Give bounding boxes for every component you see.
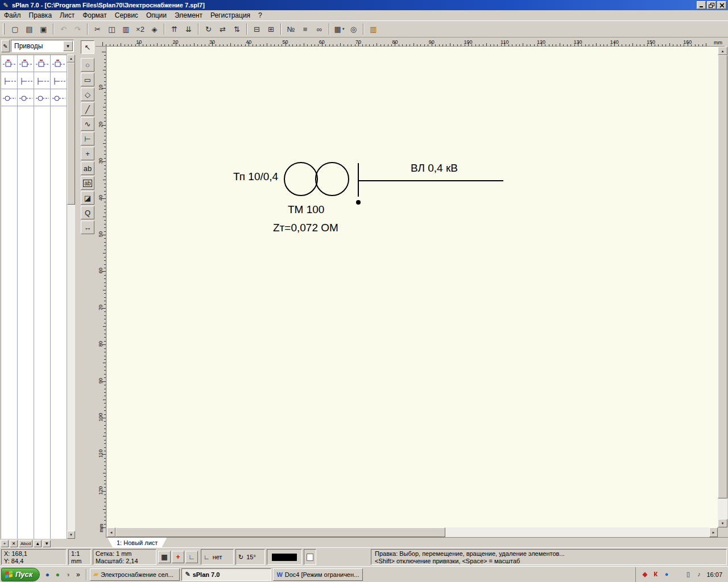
library-sort-button[interactable]: Abcd bbox=[19, 540, 32, 547]
transformer-impedance-label[interactable]: Zт=0,072 ОМ bbox=[273, 222, 338, 234]
print-sheet-button[interactable]: ⊞ bbox=[264, 23, 278, 35]
library-component-11[interactable] bbox=[34, 89, 50, 106]
quicklaunch-icon-1[interactable]: ● bbox=[42, 569, 52, 580]
search-button[interactable]: ∞ bbox=[313, 23, 326, 35]
ellipse-tool[interactable]: ○ bbox=[81, 58, 94, 72]
snap-angle-toggle[interactable]: ∟ bbox=[185, 551, 198, 563]
scroll-up-button[interactable]: ▲ bbox=[67, 55, 75, 63]
task-button-word[interactable]: WDoc4 [Режим ограничен... bbox=[273, 568, 363, 581]
toolbar-grip[interactable] bbox=[3, 23, 5, 35]
transformer-circle-right[interactable] bbox=[316, 163, 349, 196]
scrollbar-thumb[interactable] bbox=[67, 63, 75, 205]
quicklaunch-icon-3[interactable]: ◑ bbox=[63, 569, 73, 580]
library-down-button[interactable]: ▼ bbox=[43, 540, 51, 547]
tray-icon-3[interactable]: ● bbox=[673, 571, 681, 578]
mirror-horizontal-button[interactable]: ⇄ bbox=[216, 23, 229, 35]
scroll-right-button[interactable]: ► bbox=[709, 527, 718, 537]
rotate-button[interactable]: ↻ bbox=[202, 23, 215, 35]
library-add-button[interactable]: + bbox=[1, 540, 9, 547]
line-style-selector[interactable] bbox=[267, 549, 302, 565]
scroll-down-button[interactable]: ▼ bbox=[718, 519, 727, 527]
library-component-3[interactable] bbox=[34, 55, 50, 72]
parts-list-button[interactable]: ≡ bbox=[299, 23, 312, 35]
fill-color-selector[interactable] bbox=[304, 549, 316, 565]
image-tool[interactable]: ◪ bbox=[81, 191, 94, 205]
save-file-button[interactable]: ▣ bbox=[37, 23, 50, 35]
menu-element[interactable]: Элемент bbox=[171, 11, 206, 20]
tray-icon-mouse[interactable]: ▯ bbox=[684, 571, 692, 578]
zoom-window-button[interactable]: ◎ bbox=[347, 23, 360, 35]
library-component-2[interactable] bbox=[18, 55, 34, 72]
tray-icon-1[interactable]: ◆ bbox=[640, 571, 649, 578]
feeder-line-label[interactable]: ВЛ 0,4 кВ bbox=[411, 162, 458, 174]
library-up-button[interactable]: ▲ bbox=[34, 540, 42, 547]
paste-button[interactable]: ▥ bbox=[119, 23, 133, 35]
vertical-scrollbar[interactable]: ▲ ▼ bbox=[718, 47, 727, 527]
scrollbar-thumb[interactable] bbox=[718, 55, 727, 498]
open-file-button[interactable]: ▤ bbox=[23, 23, 36, 35]
tray-icon-2[interactable]: ● bbox=[662, 571, 671, 578]
copy-button[interactable]: ◫ bbox=[105, 23, 118, 35]
grid-button[interactable]: ▦▾ bbox=[333, 23, 346, 35]
menu-service[interactable]: Сервис bbox=[111, 11, 142, 20]
library-component-10[interactable] bbox=[18, 89, 34, 106]
junction-dot[interactable] bbox=[356, 200, 361, 205]
snap-point-toggle[interactable]: + bbox=[172, 551, 184, 563]
print-button[interactable]: ⊟ bbox=[250, 23, 263, 35]
scrollbar-thumb[interactable] bbox=[115, 527, 445, 537]
library-component-6[interactable] bbox=[18, 72, 34, 89]
library-component-5[interactable] bbox=[1, 72, 17, 89]
scroll-up-button[interactable]: ▲ bbox=[718, 47, 727, 55]
library-remove-button[interactable]: ✕ bbox=[10, 540, 18, 547]
transformer-type-label[interactable]: ТМ 100 bbox=[288, 203, 324, 216]
scroll-left-button[interactable]: ◄ bbox=[107, 527, 115, 537]
library-edit-button[interactable]: ✎ bbox=[1, 40, 10, 52]
menu-sheet[interactable]: Лист bbox=[56, 11, 78, 20]
quicklaunch-icon-2[interactable]: ● bbox=[52, 569, 63, 580]
zoom-tool[interactable]: Q bbox=[81, 206, 94, 219]
menu-format[interactable]: Формат bbox=[78, 11, 111, 20]
minimize-button[interactable] bbox=[697, 1, 706, 9]
grid-dropdown-icon[interactable]: ▾ bbox=[342, 27, 345, 31]
component-browser-button[interactable]: ▥ bbox=[367, 23, 380, 35]
library-component-7[interactable] bbox=[34, 72, 50, 89]
rotation-step-panel[interactable]: ↻ 15° bbox=[235, 549, 265, 565]
horizontal-scrollbar[interactable]: ◄ ► bbox=[107, 527, 718, 537]
line-tool[interactable]: ╱ bbox=[81, 102, 94, 116]
tray-icon-volume[interactable]: ♪ bbox=[694, 571, 703, 578]
measure-tool[interactable]: ↔ bbox=[81, 221, 94, 234]
snap-grid-toggle[interactable]: ▦ bbox=[158, 551, 171, 563]
close-button[interactable] bbox=[717, 1, 726, 9]
transformer-circle-left[interactable] bbox=[284, 163, 317, 196]
mirror-vertical-button[interactable]: ⇅ bbox=[230, 23, 243, 35]
rectangle-tool[interactable]: ▭ bbox=[81, 73, 94, 86]
menu-help[interactable]: ? bbox=[254, 11, 266, 20]
task-button-splan[interactable]: ✎sPlan 7.0 bbox=[181, 568, 271, 581]
textbox-tool[interactable]: ab bbox=[81, 176, 94, 190]
task-button-explorer[interactable]: ▰Электроснабжение сел... bbox=[90, 568, 180, 581]
dimension-tool[interactable]: ⊢ bbox=[81, 132, 94, 146]
menu-file[interactable]: Файл bbox=[0, 11, 25, 20]
cut-button[interactable]: ✂ bbox=[91, 23, 104, 35]
stamp-button[interactable]: ◈ bbox=[148, 23, 161, 35]
library-select[interactable]: Приводы ▼ bbox=[11, 40, 74, 52]
menu-options[interactable]: Опции bbox=[142, 11, 171, 20]
quicklaunch-overflow[interactable]: » bbox=[73, 569, 83, 580]
library-scrollbar[interactable]: ▲ ▼ bbox=[67, 55, 75, 539]
scroll-down-button[interactable]: ▼ bbox=[67, 531, 75, 539]
drawing-canvas[interactable]: Тп 10/0,4ВЛ 0,4 кВТМ 100Zт=0,072 ОМ bbox=[107, 47, 718, 527]
library-component-8[interactable] bbox=[51, 72, 67, 89]
library-component-1[interactable] bbox=[1, 55, 17, 72]
special-form-tool[interactable]: ◇ bbox=[81, 88, 94, 101]
library-component-4[interactable] bbox=[51, 55, 67, 72]
new-file-button[interactable]: ▢ bbox=[9, 23, 22, 35]
restore-button[interactable] bbox=[707, 1, 716, 9]
transformer-designation-label[interactable]: Тп 10/0,4 bbox=[233, 171, 278, 183]
bezier-tool[interactable]: ∿ bbox=[81, 117, 94, 131]
pointer-tool[interactable]: ↖ bbox=[81, 40, 94, 54]
menu-registration[interactable]: Регистрация bbox=[206, 11, 254, 20]
duplicate-button[interactable]: ×2 bbox=[134, 23, 147, 35]
ortho-mode-panel[interactable]: ∟ нет bbox=[201, 549, 234, 565]
menu-edit[interactable]: Правка bbox=[25, 11, 56, 20]
library-component-9[interactable] bbox=[1, 89, 17, 106]
